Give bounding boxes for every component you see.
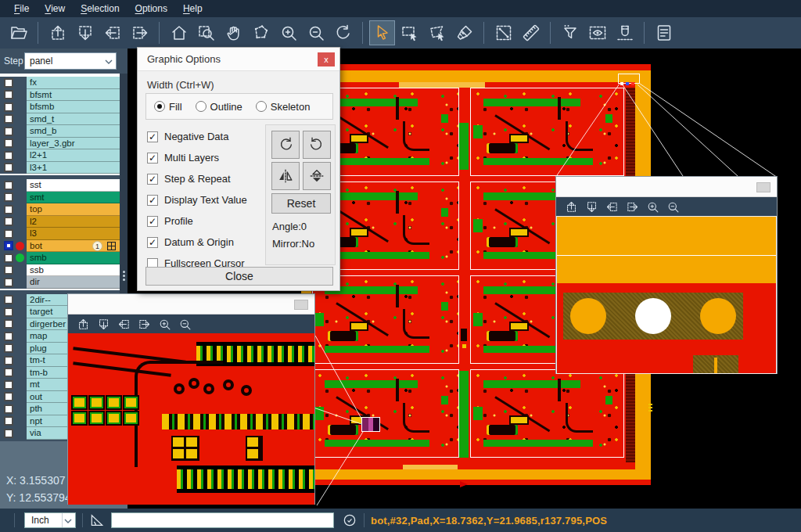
layer-visibility-checkbox[interactable] (4, 114, 13, 124)
layer-visibility-checkbox[interactable] (4, 368, 13, 377)
checkbox-profile[interactable]: Profile (147, 210, 264, 232)
tool-pan-up[interactable] (45, 20, 70, 45)
magnifier-tool-pan-up[interactable] (562, 198, 580, 215)
layer-name[interactable]: bot1 (27, 240, 120, 253)
tool-pan-hand[interactable] (221, 20, 246, 45)
dialog-title-bar[interactable]: Graphic Options x (138, 48, 339, 71)
layer-visibility-checkbox[interactable] (4, 278, 13, 287)
layer-visibility-checkbox[interactable] (4, 181, 13, 190)
tool-rect-select[interactable] (397, 20, 422, 45)
tool-ruler[interactable] (518, 20, 544, 45)
zoom-region-indicator-bottom[interactable] (361, 417, 380, 432)
dialog-close-icon[interactable]: x (318, 52, 335, 66)
layer-row-dir[interactable]: dir (0, 276, 128, 289)
magnifier-tool-zoom-in[interactable] (643, 198, 662, 215)
layer-visibility-checkbox[interactable] (4, 127, 13, 136)
layer-visibility-checkbox[interactable] (4, 253, 13, 263)
magnifier-tool-pan-down[interactable] (582, 198, 601, 215)
layer-row-l3+1[interactable]: l3+1 (0, 162, 128, 174)
tool-zoom-in[interactable] (275, 20, 301, 45)
layer-name[interactable]: l2 (27, 216, 120, 228)
magnified-view[interactable] (556, 216, 777, 374)
magnifier-tool-pan-left[interactable] (602, 198, 621, 215)
checkbox-display-text-value[interactable]: Display Text Value (147, 189, 264, 210)
mirror-vertical-button[interactable] (303, 162, 331, 190)
radio-skeleton[interactable]: Skeleton (256, 101, 311, 113)
layer-row-bfsmt[interactable]: bfsmt (0, 89, 128, 102)
menu-selection[interactable]: Selection (73, 2, 127, 16)
mirror-horizontal-button[interactable] (271, 162, 300, 190)
layer-name[interactable]: bfsmb (27, 101, 120, 113)
menu-view[interactable]: View (37, 2, 73, 16)
window-menu-button[interactable] (756, 182, 770, 192)
tool-zoom-out[interactable] (303, 20, 329, 45)
layer-visibility-checkbox[interactable] (4, 404, 13, 414)
unit-dropdown[interactable]: Inch (24, 512, 76, 528)
layer-name[interactable]: ssb (27, 264, 120, 277)
layer-row-smt[interactable]: smt (0, 192, 128, 204)
layer-visibility-checkbox[interactable] (4, 205, 13, 214)
tool-pan-down[interactable] (72, 20, 98, 45)
layer-visibility-checkbox[interactable] (4, 78, 13, 88)
layer-visibility-checkbox[interactable] (4, 163, 13, 172)
layer-visibility-checkbox[interactable] (4, 102, 13, 112)
layer-name[interactable]: l3 (27, 228, 120, 240)
tool-clean-brush[interactable] (451, 20, 477, 45)
tool-report-doc[interactable] (651, 20, 677, 45)
layer-row-bot[interactable]: bot1 (0, 240, 128, 253)
window-title-bar[interactable] (556, 177, 777, 197)
layer-row-l2+1[interactable]: l2+1 (0, 149, 128, 162)
layer-row-ssb[interactable]: ssb (0, 264, 128, 277)
layer-visibility-checkbox[interactable] (4, 356, 13, 365)
layer-row-top[interactable]: top (0, 203, 128, 216)
layer-name[interactable]: smb (27, 252, 120, 264)
layer-visibility-checkbox[interactable] (4, 241, 13, 250)
tool-snap-magnet[interactable] (612, 20, 638, 45)
magnifier-tool-zoom-out[interactable] (663, 198, 682, 215)
layer-name[interactable]: fx (27, 77, 120, 89)
layer-visibility-checkbox[interactable] (4, 265, 13, 275)
layer-visibility-checkbox[interactable] (4, 217, 13, 226)
layer-visibility-checkbox[interactable] (4, 229, 13, 239)
layer-name[interactable]: dir (27, 276, 120, 289)
layer-name[interactable]: bfsmt (27, 89, 120, 102)
magnifier-tool-pan-down[interactable] (94, 315, 113, 332)
layer-visibility-checkbox[interactable] (4, 319, 13, 329)
tool-filter[interactable] (557, 20, 583, 45)
command-input[interactable] (111, 512, 334, 528)
menu-help[interactable]: Help (175, 2, 210, 16)
magnifier-tool-zoom-out[interactable] (175, 315, 194, 332)
layer-visibility-checkbox[interactable] (4, 192, 13, 202)
layer-name[interactable]: l3+1 (27, 162, 120, 174)
tool-open-folder[interactable] (5, 20, 31, 45)
menu-file[interactable]: File (6, 2, 37, 16)
layer-row-l3[interactable]: l3 (0, 228, 128, 240)
layer-visibility-checkbox[interactable] (4, 392, 13, 401)
layer-name[interactable]: top (27, 203, 120, 216)
layer-name[interactable]: sst (27, 179, 120, 192)
window-title-bar[interactable] (68, 294, 314, 315)
layer-row-fx[interactable]: fx (0, 77, 128, 89)
step-dropdown[interactable]: panel (24, 52, 117, 70)
layer-visibility-checkbox[interactable] (4, 307, 13, 317)
magnifier-tool-zoom-in[interactable] (155, 315, 174, 332)
layer-visibility-checkbox[interactable] (4, 380, 13, 390)
reset-button[interactable]: Reset (271, 193, 331, 214)
layer-visibility-checkbox[interactable] (4, 151, 13, 160)
layer-row-smd_t[interactable]: smd_t (0, 113, 128, 126)
checkbox-datum-origin[interactable]: Datum & Origin (147, 232, 264, 253)
layer-name[interactable]: smd_b (27, 125, 120, 138)
layer-row-sst[interactable]: sst (0, 179, 128, 192)
layer-name[interactable]: smt (27, 192, 120, 204)
layer-visibility-checkbox[interactable] (4, 332, 13, 341)
layer-name[interactable]: l2+1 (27, 149, 120, 162)
tool-zoom-window[interactable] (193, 20, 219, 45)
tool-home[interactable] (166, 20, 192, 45)
layer-visibility-checkbox[interactable] (4, 295, 13, 304)
tool-measure-line[interactable] (490, 20, 516, 45)
window-menu-button[interactable] (294, 300, 308, 310)
menu-options[interactable]: Options (128, 2, 175, 16)
layer-row-smd_b[interactable]: smd_b (0, 125, 128, 138)
checkbox-step-repeat[interactable]: Step & Repeat (147, 168, 264, 189)
layer-name[interactable]: smd_t (27, 113, 120, 126)
